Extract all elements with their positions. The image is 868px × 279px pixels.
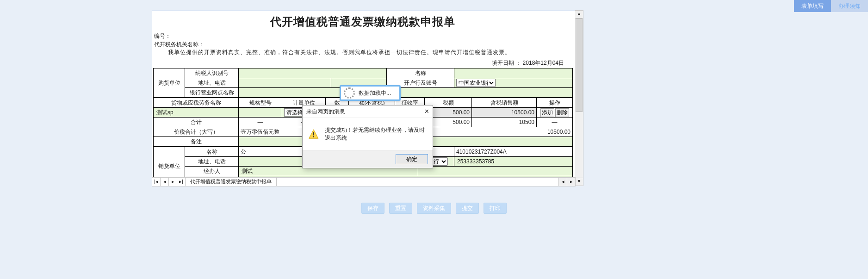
dialog-title: 来自网页的消息	[306, 105, 345, 118]
top-tabs: 表单填写 办理须知	[794, 0, 868, 12]
agency-label: 代开税务机关名称：	[154, 41, 204, 48]
buyer-taxid-input[interactable]	[241, 69, 384, 77]
scroll-track[interactable]	[575, 19, 583, 178]
col-spec: 规格型号	[239, 98, 282, 108]
buyer-section-label: 购货单位	[154, 68, 185, 98]
item-add-button[interactable]: 添加	[540, 108, 554, 117]
seller-name-label: 名称	[185, 147, 239, 157]
print-button[interactable]: 打印	[484, 203, 507, 214]
sheet-nav-next-icon[interactable]: ▸	[169, 178, 177, 186]
totals-dash: —	[239, 118, 282, 127]
tab-instructions[interactable]: 办理须知	[831, 0, 868, 12]
warning-icon	[308, 128, 319, 141]
buyer-name-label: 名称	[387, 68, 454, 78]
seller-bankacct-input[interactable]	[456, 157, 570, 166]
item-name-input[interactable]	[155, 108, 236, 117]
sheet-nav-first-icon[interactable]: |◂	[152, 178, 161, 186]
tab-fill-form[interactable]: 表单填写	[794, 0, 831, 12]
buyer-addr-input[interactable]	[241, 79, 329, 87]
buyer-bankacct-input[interactable]	[497, 79, 566, 87]
buyer-name-input[interactable]	[456, 69, 570, 77]
action-bar: 保存 重置 资料采集 提交 打印	[0, 203, 868, 217]
sheet-nav-prev-icon[interactable]: ◂	[161, 178, 169, 186]
buyer-branch-label: 银行营业网点名称	[185, 88, 239, 98]
loading-toast: 数据加载中...	[340, 85, 401, 101]
message-dialog: 来自网页的消息 × 提交成功！若无需继续办理业务，请及时退出系统 确定	[302, 105, 433, 168]
ok-button[interactable]: 确定	[396, 154, 428, 164]
item-gross-cell: 10500.00	[472, 108, 537, 118]
sheet-nav-last-icon[interactable]: ▸|	[177, 178, 186, 186]
fill-date-value: 2018年12月04日	[523, 60, 564, 66]
fill-date-label: 填开日期 ：	[492, 60, 523, 66]
item-spec-input[interactable]	[241, 108, 280, 117]
seller-operator-label: 经办人	[185, 167, 239, 176]
scroll-down-icon[interactable]: ▼	[575, 178, 583, 186]
loading-text: 数据加载中...	[359, 89, 391, 97]
submit-button[interactable]: 提交	[456, 203, 479, 214]
reset-button[interactable]: 重置	[389, 203, 412, 214]
seller-addr-label: 地址、电话	[185, 157, 239, 167]
svg-rect-1	[313, 132, 314, 135]
totals-label: 合计	[154, 118, 239, 127]
totals-gross: 10500	[472, 118, 537, 127]
sheet-tab-active[interactable]: 代开增值税普通发票缴纳税款申报单	[186, 178, 277, 186]
remark-label: 备注	[154, 137, 239, 147]
serial-label: 编号：	[152, 32, 573, 40]
close-icon[interactable]: ×	[425, 108, 429, 115]
amount-small: 10500.00	[425, 127, 573, 137]
save-button[interactable]: 保存	[361, 203, 384, 214]
dialog-message: 提交成功！若无需继续办理业务，请及时退出系统	[325, 126, 428, 142]
col-name: 货物或应税劳务名称	[154, 98, 239, 108]
buyer-taxid-label: 纳税人识别号	[185, 68, 239, 78]
amount-words-label: 价税合计（大写）	[154, 127, 239, 137]
hscroll-right-icon[interactable]: ▸	[567, 178, 575, 186]
scroll-thumb[interactable]	[576, 19, 583, 112]
collect-button[interactable]: 资料采集	[417, 203, 451, 214]
col-gross: 含税销售额	[472, 98, 537, 108]
spinner-icon	[344, 87, 355, 99]
totals-dash4: —	[537, 118, 573, 127]
seller-taxid: 41010231727Z004A	[454, 147, 573, 157]
vertical-scrollbar[interactable]: ▲ ▼	[575, 10, 583, 186]
sheet-tab-bar: |◂ ◂ ▸ ▸| 代开增值税普通发票缴纳税款申报单 ◂ ▸	[152, 177, 576, 186]
svg-rect-2	[313, 136, 314, 137]
buyer-bank-select[interactable]: 中国农业银行	[456, 79, 496, 87]
col-ops: 操作	[537, 98, 573, 108]
buyer-branch-input[interactable]	[241, 88, 570, 97]
buyer-addr-label: 地址、电话	[185, 78, 239, 88]
scroll-up-icon[interactable]: ▲	[575, 11, 583, 19]
item-del-button[interactable]: 删除	[555, 108, 569, 117]
hscroll-left-icon[interactable]: ◂	[558, 178, 567, 186]
page-title: 代开增值税普通发票缴纳税款申报单	[152, 11, 573, 32]
declaration-text: 我单位提供的开票资料真实、完整、准确，符合有关法律、法规。否则我单位将承担一切法…	[152, 49, 573, 58]
